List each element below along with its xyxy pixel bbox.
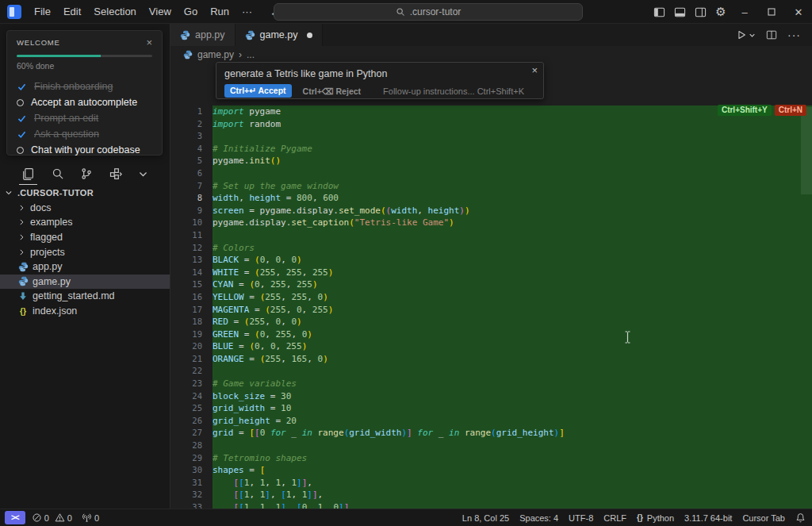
folder-flagged[interactable]: flagged bbox=[0, 230, 170, 245]
code-line[interactable]: 8width, height = 800, 600 bbox=[170, 192, 812, 205]
code-line[interactable]: 11 bbox=[170, 229, 812, 242]
window-close-button[interactable]: ✕ bbox=[785, 0, 812, 24]
explorer-root-folder[interactable]: .CURSOR-TUTOR bbox=[0, 186, 170, 201]
code-line[interactable]: 5pygame.init() bbox=[170, 155, 812, 167]
chevron-down-icon[interactable] bbox=[138, 164, 148, 183]
code-line[interactable]: 29# Tetromino shapes bbox=[170, 452, 812, 465]
menu-more[interactable]: ··· bbox=[236, 0, 259, 24]
command-center-search[interactable]: .cursor-tutor bbox=[274, 3, 583, 21]
line-content[interactable]: width, height = 800, 600 bbox=[213, 192, 812, 205]
more-actions-icon[interactable]: ··· bbox=[787, 29, 801, 41]
menu-go[interactable]: Go bbox=[178, 0, 204, 24]
code-line[interactable]: 7# Set up the game window bbox=[170, 180, 812, 193]
welcome-task[interactable]: Chat with your codebase bbox=[17, 142, 152, 158]
line-content[interactable]: MAGENTA = (255, 0, 255) bbox=[213, 304, 812, 317]
line-content[interactable]: GREEN = (0, 255, 0) bbox=[213, 328, 812, 341]
code-line[interactable]: 20BLUE = (0, 0, 255) bbox=[170, 340, 812, 353]
line-content[interactable]: grid_height = 20 bbox=[213, 415, 812, 428]
remote-indicator[interactable]: >< bbox=[5, 511, 25, 524]
line-content[interactable]: # Colors bbox=[213, 242, 812, 255]
line-content[interactable]: grid_width = 10 bbox=[213, 402, 812, 415]
accept-button[interactable]: Ctrl+↵ Accept bbox=[224, 84, 292, 98]
toggle-secondary-sidebar-icon[interactable] bbox=[690, 0, 710, 24]
code-line[interactable]: 18RED = (255, 0, 0) bbox=[170, 316, 812, 328]
menu-file[interactable]: File bbox=[28, 0, 57, 24]
line-content[interactable] bbox=[213, 365, 812, 378]
line-content[interactable]: [[1, 1, 1, 1]], bbox=[213, 477, 812, 490]
line-content[interactable]: WHITE = (255, 255, 255) bbox=[213, 267, 812, 279]
code-line[interactable]: 16YELLOW = (255, 255, 0) bbox=[170, 291, 812, 304]
line-content[interactable]: # Game variables bbox=[213, 378, 812, 390]
line-content[interactable]: [[1, 1, 1], [0, 1, 0]], bbox=[213, 501, 812, 509]
line-content[interactable]: import random bbox=[213, 118, 812, 131]
diff-accept-badge[interactable]: Ctrl+Shift+Y bbox=[718, 105, 772, 116]
status-python[interactable]: {}Python bbox=[637, 513, 674, 523]
line-content[interactable] bbox=[213, 440, 812, 452]
folder-examples[interactable]: examples bbox=[0, 215, 170, 230]
line-content[interactable]: RED = (255, 0, 0) bbox=[213, 316, 812, 328]
line-content[interactable]: # Tetromino shapes bbox=[213, 452, 812, 465]
line-content[interactable] bbox=[213, 130, 812, 143]
editor-scrollbar[interactable] bbox=[801, 107, 812, 194]
split-editor-icon[interactable] bbox=[766, 29, 777, 40]
tab-game.py[interactable]: game.py bbox=[236, 24, 324, 46]
code-line[interactable]: 1import pygame bbox=[170, 106, 812, 118]
code-line[interactable]: 33 [[1, 1, 1], [0, 1, 0]], bbox=[170, 501, 812, 509]
line-content[interactable] bbox=[213, 229, 812, 242]
toggle-sidebar-icon[interactable] bbox=[649, 0, 669, 24]
menu-run[interactable]: Run bbox=[204, 0, 236, 24]
code-line[interactable]: 32 [[1, 1], [1, 1]], bbox=[170, 489, 812, 501]
code-line[interactable]: 14WHITE = (255, 255, 255) bbox=[170, 267, 812, 279]
code-line[interactable]: 21ORANGE = (255, 165, 0) bbox=[170, 353, 812, 366]
tab-app.py[interactable]: app.py bbox=[170, 24, 236, 46]
code-line[interactable]: 3 bbox=[170, 130, 812, 143]
file-index.json[interactable]: {}index.json bbox=[0, 304, 170, 319]
line-content[interactable]: # Set up the game window bbox=[213, 180, 812, 193]
line-content[interactable]: block_size = 30 bbox=[213, 390, 812, 403]
reject-button[interactable]: Ctrl+⌫ Reject bbox=[303, 86, 362, 96]
status-spaces-4[interactable]: Spaces: 4 bbox=[519, 513, 558, 523]
welcome-task[interactable]: Accept an autocomplete bbox=[17, 94, 152, 110]
line-content[interactable]: screen = pygame.display.set_mode((width,… bbox=[213, 205, 812, 217]
code-line[interactable]: 23# Game variables bbox=[170, 378, 812, 390]
menu-selection[interactable]: Selection bbox=[87, 0, 142, 24]
code-line[interactable]: 10pygame.display.set_caption("Tetris-lik… bbox=[170, 217, 812, 229]
line-content[interactable]: shapes = [ bbox=[213, 464, 812, 477]
status-ln-8-col-25[interactable]: Ln 8, Col 25 bbox=[462, 513, 509, 523]
line-content[interactable]: grid = [[0 for _ in range(grid_width)] f… bbox=[213, 427, 812, 440]
notifications-bell-icon[interactable] bbox=[795, 513, 806, 523]
line-content[interactable]: # Initialize Pygame bbox=[213, 143, 812, 155]
code-line[interactable]: 26grid_height = 20 bbox=[170, 415, 812, 428]
source-control-icon[interactable] bbox=[80, 164, 93, 183]
code-line[interactable]: 13BLACK = (0, 0, 0) bbox=[170, 254, 812, 267]
extensions-icon[interactable] bbox=[109, 164, 122, 183]
welcome-task[interactable]: Prompt an edit bbox=[17, 110, 152, 126]
settings-gear-icon[interactable]: ⚙ bbox=[710, 0, 731, 24]
line-content[interactable]: pygame.display.set_caption("Tetris-like … bbox=[213, 217, 812, 229]
menu-edit[interactable]: Edit bbox=[57, 0, 87, 24]
followup-instructions[interactable]: Follow-up instructions... Ctrl+Shift+K bbox=[383, 86, 524, 96]
explorer-files-icon[interactable] bbox=[21, 164, 35, 183]
folder-projects[interactable]: projects bbox=[0, 244, 170, 259]
code-line[interactable]: 22 bbox=[170, 365, 812, 378]
window-minimize-button[interactable]: – bbox=[731, 0, 758, 24]
folder-docs[interactable]: docs bbox=[0, 201, 170, 216]
welcome-task[interactable]: Ask a question bbox=[17, 126, 152, 142]
line-content[interactable]: BLACK = (0, 0, 0) bbox=[213, 254, 812, 267]
line-content[interactable]: [[1, 1], [1, 1]], bbox=[213, 489, 812, 501]
search-sidebar-icon[interactable] bbox=[52, 164, 64, 183]
line-content[interactable]: pygame.init() bbox=[213, 155, 812, 167]
toggle-panel-icon[interactable] bbox=[669, 0, 690, 24]
code-line[interactable]: 25grid_width = 10 bbox=[170, 402, 812, 415]
code-line[interactable]: 15CYAN = (0, 255, 255) bbox=[170, 278, 812, 291]
status-utf-8[interactable]: UTF-8 bbox=[569, 513, 593, 523]
line-content[interactable]: BLUE = (0, 0, 255) bbox=[213, 340, 812, 353]
breadcrumb[interactable]: game.py › ... bbox=[170, 46, 812, 63]
code-line[interactable]: 4# Initialize Pygame bbox=[170, 143, 812, 155]
ports-indicator[interactable]: 0 bbox=[82, 513, 99, 523]
code-line[interactable]: 12# Colors bbox=[170, 242, 812, 255]
line-content[interactable]: CYAN = (0, 255, 255) bbox=[213, 278, 812, 291]
line-content[interactable]: ORANGE = (255, 165, 0) bbox=[213, 353, 812, 366]
file-game.py[interactable]: game.py bbox=[0, 275, 170, 290]
welcome-close-icon[interactable]: × bbox=[146, 39, 152, 47]
